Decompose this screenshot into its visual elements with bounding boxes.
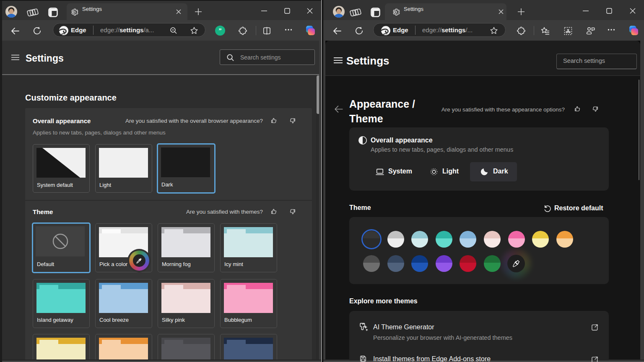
svg-text:”: ”: [219, 28, 222, 34]
